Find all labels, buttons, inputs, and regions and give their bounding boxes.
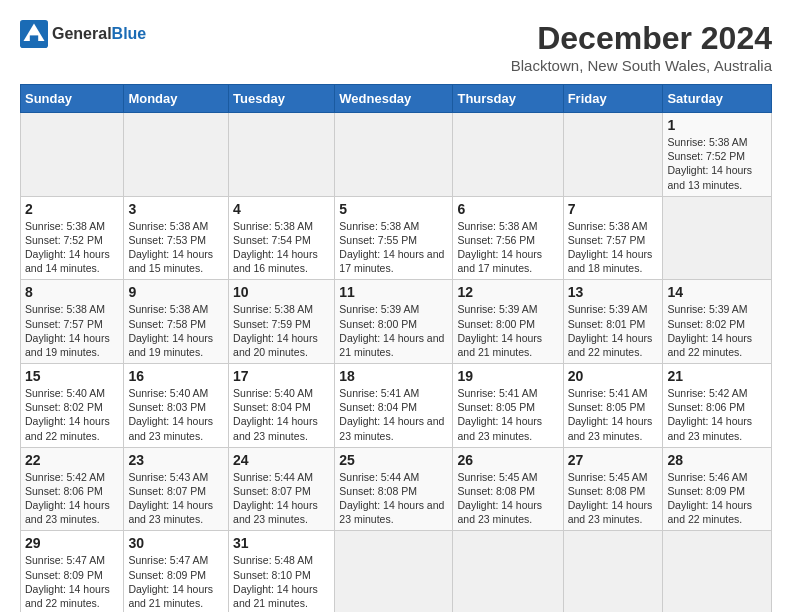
calendar-day-28: 28Sunrise: 5:46 AMSunset: 8:09 PMDayligh… (663, 447, 772, 531)
empty-cell (21, 113, 124, 197)
empty-cell (453, 531, 563, 612)
calendar-day-15: 15Sunrise: 5:40 AMSunset: 8:02 PMDayligh… (21, 364, 124, 448)
calendar-day-24: 24Sunrise: 5:44 AMSunset: 8:07 PMDayligh… (229, 447, 335, 531)
calendar-week-5: 22Sunrise: 5:42 AMSunset: 8:06 PMDayligh… (21, 447, 772, 531)
calendar-day-31: 31Sunrise: 5:48 AMSunset: 8:10 PMDayligh… (229, 531, 335, 612)
calendar-table: SundayMondayTuesdayWednesdayThursdayFrid… (20, 84, 772, 612)
calendar-day-30: 30Sunrise: 5:47 AMSunset: 8:09 PMDayligh… (124, 531, 229, 612)
empty-cell (663, 531, 772, 612)
calendar-day-17: 17Sunrise: 5:40 AMSunset: 8:04 PMDayligh… (229, 364, 335, 448)
weekday-header-monday: Monday (124, 85, 229, 113)
calendar-week-2: 2Sunrise: 5:38 AMSunset: 7:52 PMDaylight… (21, 196, 772, 280)
empty-cell (124, 113, 229, 197)
empty-cell (453, 113, 563, 197)
empty-cell (335, 113, 453, 197)
calendar-day-12: 12Sunrise: 5:39 AMSunset: 8:00 PMDayligh… (453, 280, 563, 364)
svg-rect-2 (30, 35, 38, 41)
calendar-day-19: 19Sunrise: 5:41 AMSunset: 8:05 PMDayligh… (453, 364, 563, 448)
calendar-week-1: 1Sunrise: 5:38 AMSunset: 7:52 PMDaylight… (21, 113, 772, 197)
calendar-day-1: 1Sunrise: 5:38 AMSunset: 7:52 PMDaylight… (663, 113, 772, 197)
weekday-header-friday: Friday (563, 85, 663, 113)
weekday-header-tuesday: Tuesday (229, 85, 335, 113)
calendar-day-23: 23Sunrise: 5:43 AMSunset: 8:07 PMDayligh… (124, 447, 229, 531)
weekday-header-row: SundayMondayTuesdayWednesdayThursdayFrid… (21, 85, 772, 113)
logo-general: General (52, 25, 112, 42)
calendar-day-27: 27Sunrise: 5:45 AMSunset: 8:08 PMDayligh… (563, 447, 663, 531)
calendar-day-22: 22Sunrise: 5:42 AMSunset: 8:06 PMDayligh… (21, 447, 124, 531)
calendar-day-13: 13Sunrise: 5:39 AMSunset: 8:01 PMDayligh… (563, 280, 663, 364)
empty-cell (563, 113, 663, 197)
calendar-day-9: 9Sunrise: 5:38 AMSunset: 7:58 PMDaylight… (124, 280, 229, 364)
calendar-day-3: 3Sunrise: 5:38 AMSunset: 7:53 PMDaylight… (124, 196, 229, 280)
calendar-day-20: 20Sunrise: 5:41 AMSunset: 8:05 PMDayligh… (563, 364, 663, 448)
calendar-day-5: 5Sunrise: 5:38 AMSunset: 7:55 PMDaylight… (335, 196, 453, 280)
calendar-day-6: 6Sunrise: 5:38 AMSunset: 7:56 PMDaylight… (453, 196, 563, 280)
logo-blue: Blue (112, 25, 147, 42)
weekday-header-sunday: Sunday (21, 85, 124, 113)
calendar-day-2: 2Sunrise: 5:38 AMSunset: 7:52 PMDaylight… (21, 196, 124, 280)
logo: GeneralBlue (20, 20, 146, 48)
calendar-day-10: 10Sunrise: 5:38 AMSunset: 7:59 PMDayligh… (229, 280, 335, 364)
page-subtitle: Blacktown, New South Wales, Australia (511, 57, 772, 74)
title-area: December 2024 Blacktown, New South Wales… (511, 20, 772, 74)
page-title: December 2024 (511, 20, 772, 57)
empty-cell (335, 531, 453, 612)
logo-icon (20, 20, 48, 48)
weekday-header-saturday: Saturday (663, 85, 772, 113)
weekday-header-thursday: Thursday (453, 85, 563, 113)
empty-cell (229, 113, 335, 197)
calendar-day-26: 26Sunrise: 5:45 AMSunset: 8:08 PMDayligh… (453, 447, 563, 531)
calendar-day-25: 25Sunrise: 5:44 AMSunset: 8:08 PMDayligh… (335, 447, 453, 531)
weekday-header-wednesday: Wednesday (335, 85, 453, 113)
empty-cell (663, 196, 772, 280)
calendar-day-11: 11Sunrise: 5:39 AMSunset: 8:00 PMDayligh… (335, 280, 453, 364)
calendar-day-14: 14Sunrise: 5:39 AMSunset: 8:02 PMDayligh… (663, 280, 772, 364)
calendar-day-4: 4Sunrise: 5:38 AMSunset: 7:54 PMDaylight… (229, 196, 335, 280)
calendar-day-16: 16Sunrise: 5:40 AMSunset: 8:03 PMDayligh… (124, 364, 229, 448)
calendar-day-29: 29Sunrise: 5:47 AMSunset: 8:09 PMDayligh… (21, 531, 124, 612)
header: GeneralBlue December 2024 Blacktown, New… (20, 20, 772, 74)
calendar-week-4: 15Sunrise: 5:40 AMSunset: 8:02 PMDayligh… (21, 364, 772, 448)
calendar-week-3: 8Sunrise: 5:38 AMSunset: 7:57 PMDaylight… (21, 280, 772, 364)
calendar-day-18: 18Sunrise: 5:41 AMSunset: 8:04 PMDayligh… (335, 364, 453, 448)
empty-cell (563, 531, 663, 612)
calendar-day-21: 21Sunrise: 5:42 AMSunset: 8:06 PMDayligh… (663, 364, 772, 448)
calendar-day-7: 7Sunrise: 5:38 AMSunset: 7:57 PMDaylight… (563, 196, 663, 280)
calendar-day-8: 8Sunrise: 5:38 AMSunset: 7:57 PMDaylight… (21, 280, 124, 364)
calendar-week-6: 29Sunrise: 5:47 AMSunset: 8:09 PMDayligh… (21, 531, 772, 612)
